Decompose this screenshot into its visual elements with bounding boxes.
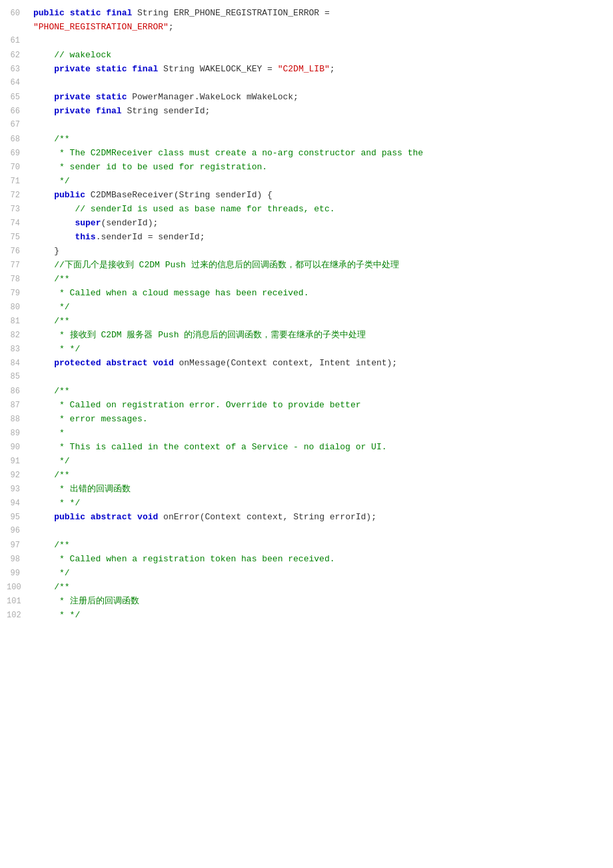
line-number: 80: [7, 301, 33, 314]
code-line: 76 }: [0, 245, 613, 259]
line-content: //下面几个是接收到 C2DM Push 过来的信息后的回调函数，都可以在继承的…: [33, 259, 606, 273]
line-content: /**: [33, 469, 606, 483]
code-line: 72 public C2DMBaseReceiver(String sender…: [0, 189, 613, 203]
code-line: 97 /**: [0, 539, 613, 553]
code-line: 99 */: [0, 567, 613, 581]
code-line: 63 private static final String WAKELOCK_…: [0, 63, 613, 77]
code-line: 75 this.senderId = senderId;: [0, 231, 613, 245]
line-number: 91: [7, 455, 33, 468]
code-line: "PHONE_REGISTRATION_ERROR";: [0, 21, 613, 35]
line-number: 77: [7, 259, 33, 272]
line-content: * error messages.: [33, 413, 606, 427]
line-content: protected abstract void onMessage(Contex…: [33, 357, 606, 371]
code-line: 68 /**: [0, 133, 613, 147]
line-number: 76: [7, 245, 33, 258]
code-line: 100 /**: [0, 581, 613, 595]
line-content: super(senderId);: [33, 217, 606, 231]
line-number: 62: [7, 49, 33, 62]
line-content: * 接收到 C2DM 服务器 Push 的消息后的回调函数，需要在继承的子类中处…: [33, 329, 606, 343]
line-content: * Called when a cloud message has been r…: [33, 287, 606, 301]
code-line: 61: [0, 35, 613, 49]
line-content: // senderId is used as base name for thr…: [33, 203, 606, 217]
line-number: 92: [7, 469, 33, 482]
code-line: 95 public abstract void onError(Context …: [0, 511, 613, 525]
code-line: 94 * */: [0, 497, 613, 511]
code-line: 83 * */: [0, 343, 613, 357]
line-number: 100: [7, 581, 33, 594]
code-line: 91 */: [0, 455, 613, 469]
line-number: 70: [7, 161, 33, 174]
line-content: private static final String WAKELOCK_KEY…: [33, 63, 606, 77]
line-number: 75: [7, 231, 33, 244]
line-content: this.senderId = senderId;: [33, 231, 606, 245]
line-number: 94: [7, 497, 33, 510]
code-line: 78 /**: [0, 273, 613, 287]
line-number: 73: [7, 203, 33, 216]
line-number: 95: [7, 511, 33, 524]
line-content: */: [33, 455, 606, 469]
line-number: 102: [7, 609, 33, 622]
line-content: * 注册后的回调函数: [33, 595, 606, 609]
line-number: 83: [7, 343, 33, 356]
line-content: * */: [33, 609, 606, 623]
line-content: */: [33, 567, 606, 581]
line-content: "PHONE_REGISTRATION_ERROR";: [33, 21, 606, 35]
code-line: 70 * sender id to be used for registrati…: [0, 161, 613, 175]
line-content: * */: [33, 343, 606, 357]
code-line: 66 private final String senderId;: [0, 105, 613, 119]
line-number: 79: [7, 287, 33, 300]
line-content: * */: [33, 497, 606, 511]
line-number: 69: [7, 147, 33, 160]
code-line: 81 /**: [0, 315, 613, 329]
code-line: 69 * The C2DMReceiver class must create …: [0, 147, 613, 161]
code-line: 85: [0, 371, 613, 385]
code-line: 60public static final String ERR_PHONE_R…: [0, 7, 613, 21]
code-line: 89 *: [0, 427, 613, 441]
line-number: 74: [7, 217, 33, 230]
code-line: 98 * Called when a registration token ha…: [0, 553, 613, 567]
line-content: /**: [33, 315, 606, 329]
line-number: 86: [7, 385, 33, 398]
line-number: 71: [7, 175, 33, 188]
line-content: /**: [33, 133, 606, 147]
code-line: 62 // wakelock: [0, 49, 613, 63]
code-line: 82 * 接收到 C2DM 服务器 Push 的消息后的回调函数，需要在继承的子…: [0, 329, 613, 343]
line-content: /**: [33, 581, 606, 595]
line-number: 72: [7, 189, 33, 202]
code-line: 77 //下面几个是接收到 C2DM Push 过来的信息后的回调函数，都可以在…: [0, 259, 613, 273]
line-number: 64: [7, 77, 33, 89]
line-content: * This is called in the context of a Ser…: [33, 441, 606, 455]
line-content: private static PowerManager.WakeLock mWa…: [33, 91, 606, 105]
line-content: /**: [33, 385, 606, 399]
line-number: 81: [7, 315, 33, 328]
line-number: 61: [7, 35, 33, 47]
line-content: /**: [33, 539, 606, 553]
line-number: 99: [7, 567, 33, 580]
line-number: 60: [7, 7, 33, 20]
code-line: 67: [0, 119, 613, 133]
line-number: 67: [7, 119, 33, 131]
line-content: * Called on registration error. Override…: [33, 399, 606, 413]
line-number: 97: [7, 539, 33, 552]
code-line: 88 * error messages.: [0, 413, 613, 427]
line-content: */: [33, 175, 606, 189]
code-viewer: 60public static final String ERR_PHONE_R…: [0, 0, 613, 868]
line-number: 88: [7, 413, 33, 426]
code-line: 80 */: [0, 301, 613, 315]
code-line: 86 /**: [0, 385, 613, 399]
code-line: 74 super(senderId);: [0, 217, 613, 231]
code-line: 93 * 出错的回调函数: [0, 483, 613, 497]
code-line: 101 * 注册后的回调函数: [0, 595, 613, 609]
line-number: 89: [7, 427, 33, 440]
line-number: 84: [7, 357, 33, 370]
code-line: 90 * This is called in the context of a …: [0, 441, 613, 455]
line-content: *: [33, 427, 606, 441]
code-line: 102 * */: [0, 609, 613, 623]
code-line: 65 private static PowerManager.WakeLock …: [0, 91, 613, 105]
line-number: 98: [7, 553, 33, 566]
code-line: 84 protected abstract void onMessage(Con…: [0, 357, 613, 371]
line-number: 82: [7, 329, 33, 342]
line-content: public C2DMBaseReceiver(String senderId)…: [33, 189, 606, 203]
line-number: 90: [7, 441, 33, 454]
line-content: * Called when a registration token has b…: [33, 553, 606, 567]
